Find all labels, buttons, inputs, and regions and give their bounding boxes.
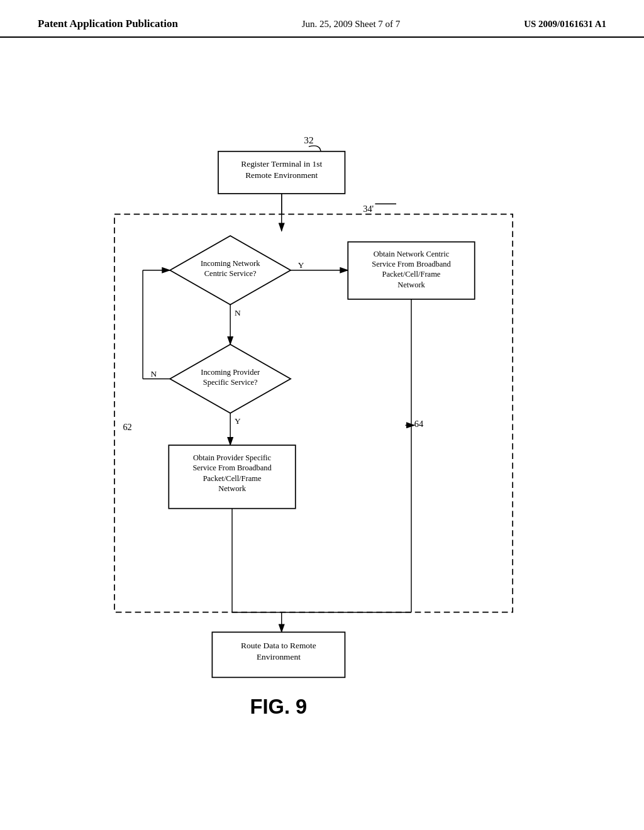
obtain-provider-text-3: Packet/Cell/Frame <box>203 474 262 483</box>
diamond-provider-text-2: Specific Service? <box>203 378 258 387</box>
diagram-container: 32 Register Terminal in 1st Remote Envir… <box>0 44 644 786</box>
page-header: Patent Application Publication Jun. 25, … <box>0 0 644 38</box>
yes2-label: Y <box>235 416 241 426</box>
obtain-network-text-3: Packet/Cell/Frame <box>382 270 441 279</box>
obtain-network-text-2: Service From Broadband <box>372 260 451 268</box>
obtain-network-text-4: Network <box>397 280 425 289</box>
header-right: US 2009/0161631 A1 <box>524 19 606 30</box>
route-data-text-1: Route Data to Remote <box>241 641 316 650</box>
register-terminal-text-2: Remote Environment <box>245 170 318 180</box>
diamond-network-text-2: Centric Service? <box>204 269 257 278</box>
obtain-provider-text-2: Service From Broadband <box>192 463 272 472</box>
node64-label: 64 <box>414 419 423 429</box>
no2-label: N <box>151 369 157 379</box>
node62-label: 62 <box>123 422 131 432</box>
diamond-provider-text-1: Incoming Provider <box>201 368 260 377</box>
node34-label: 34' <box>363 204 374 214</box>
header-center: Jun. 25, 2009 Sheet 7 of 7 <box>302 19 401 30</box>
obtain-provider-text-1: Obtain Provider Specific <box>193 453 271 462</box>
diamond-network-text-1: Incoming Network <box>201 259 260 268</box>
header-left: Patent Application Publication <box>38 18 178 30</box>
fig-label: FIG. 9 <box>250 695 308 718</box>
obtain-network-text-1: Obtain Network Centric <box>374 250 450 258</box>
route-data-text-2: Environment <box>257 652 301 661</box>
yes1-label: Y <box>298 260 304 270</box>
no1-label: N <box>235 308 241 318</box>
obtain-provider-text-4: Network <box>218 484 246 493</box>
node32-label: 32 <box>304 135 313 145</box>
register-terminal-text-1: Register Terminal in 1st <box>241 159 322 169</box>
